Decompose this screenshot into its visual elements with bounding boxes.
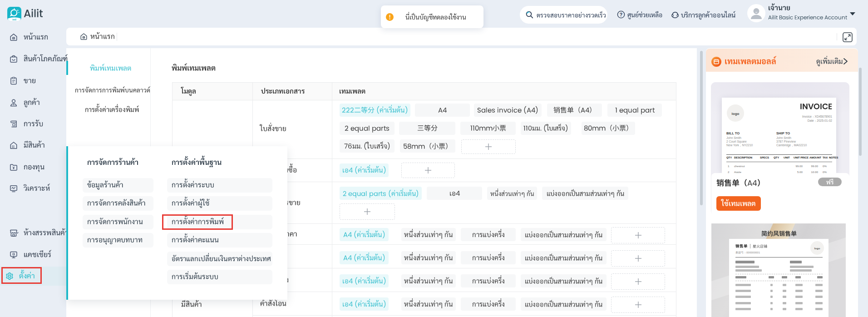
svg-text:intl: intl bbox=[12, 18, 16, 21]
svg-text:logo: logo bbox=[732, 112, 740, 116]
svg-text:?: ? bbox=[620, 12, 622, 17]
svg-text:logo: logo bbox=[814, 247, 820, 250]
